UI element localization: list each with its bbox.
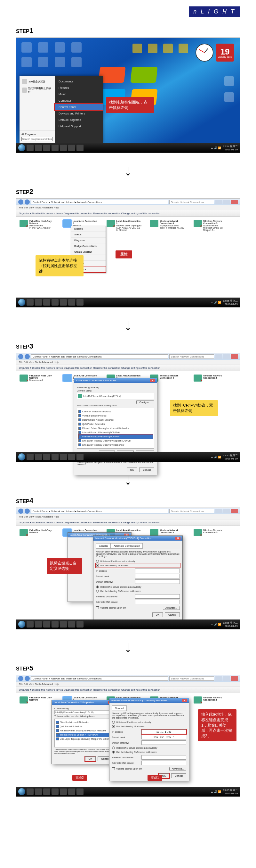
step-3-label: STEP3 (16, 342, 240, 350)
dns2-input[interactable] (135, 600, 180, 604)
start-link[interactable]: Documents (55, 78, 103, 85)
nav-back-icon[interactable] (18, 199, 23, 205)
dialog-title: Local Area Connection 2 Properties (76, 379, 116, 382)
ctx-item[interactable]: Status (71, 232, 106, 238)
taskbar[interactable]: ▲ 🔊 📶12:55 星期二 2016-01-19 (16, 298, 240, 307)
radio-auto-dns[interactable]: Obtain DNS server address automatically (96, 585, 180, 589)
window-buttons[interactable] (215, 200, 238, 204)
start-orb-icon[interactable] (18, 144, 25, 151)
dialog-tabs[interactable]: Networking Sharing (77, 385, 154, 390)
start-search-input[interactable] (22, 137, 53, 141)
gateway-input[interactable] (141, 740, 186, 745)
ctx-item[interactable]: Diagnose (71, 238, 106, 243)
nav-back-icon[interactable] (18, 354, 23, 359)
start-menu[interactable]: 360安全浏览器 强力卸载电脑上的软件 All Programs Documen… (20, 76, 103, 143)
close-icon[interactable]: ✕ (182, 699, 187, 702)
step5-callout: 输入此IP地址，鼠标左键点击完成1，此窗口关闭后，再点击一次完成2。 (198, 709, 236, 741)
clock-calendar-gadget: 19 January 2016 (195, 43, 234, 62)
start-link[interactable]: Default Programs (55, 117, 103, 123)
step4-screenshot: Control Panel ▸ Network and Internet ▸ N… (16, 507, 240, 629)
dns1-input[interactable] (135, 594, 180, 599)
ipv4-properties-dialog[interactable]: Internet Protocol Version 4 (TCP/IPv4) P… (93, 535, 183, 620)
lac-dialog-bg: Local Area Connection 2 Properties✕ Conn… (51, 700, 115, 764)
start-control-panel[interactable]: Control Panel (55, 104, 103, 110)
advanced-button[interactable]: Advanced... (169, 767, 186, 771)
cancel-button[interactable]: Cancel (165, 613, 180, 617)
label: This connection uses the following items… (77, 404, 154, 407)
cancel-button[interactable]: Cancel (139, 467, 154, 472)
step3-screenshot: Control Panel ▸ Network and Internet ▸ N… (16, 353, 240, 462)
done1-label: 完成1 (148, 775, 162, 781)
nav-fwd-icon[interactable] (25, 199, 30, 205)
toolbar[interactable]: Organize ▾ Disable this network device D… (16, 210, 240, 217)
desktop-icons-right (224, 76, 234, 102)
close-icon[interactable]: ✕ (150, 379, 155, 382)
ip-input[interactable] (141, 730, 186, 734)
nav-fwd-icon[interactable] (25, 354, 30, 359)
radio-manual-ip[interactable]: Use the following IP address: (96, 563, 180, 567)
system-tray[interactable]: ▲ 🔊 📶12:54 星期二 2016-01-19 (211, 145, 238, 151)
menu-bar[interactable]: File Edit View Tools Advanced Help (16, 205, 240, 210)
tab-alt[interactable]: Alternate Configuration (111, 543, 143, 549)
adapter-item[interactable]: Wireless Network Connection 5Not connect… (194, 220, 229, 231)
step-2-label: STEP2 (16, 188, 240, 196)
advanced-button[interactable]: Advanced... (163, 606, 180, 610)
all-programs[interactable]: All Programs (22, 133, 53, 136)
step1-callout: 找到电脑控制面板，点击鼠标左键 (106, 97, 154, 113)
breadcrumb[interactable]: Control Panel ▸ Network and Internet ▸ N… (31, 354, 168, 359)
mask-input[interactable] (141, 735, 186, 739)
radio-manual-dns[interactable]: Use the following DNS server addresses: (96, 589, 180, 593)
step5-screenshot: Control Panel ▸ Network and Internet ▸ N… (16, 675, 240, 797)
adapter-item[interactable]: Local Area Connection 3Network cable unp… (107, 220, 142, 231)
start-link[interactable]: Pictures (55, 85, 103, 91)
step-1-label: STEP1 (16, 27, 240, 35)
step3-callout: 找到TCP/IPV4协议，双击鼠标左键 (170, 400, 218, 416)
search-input[interactable] (169, 354, 214, 359)
start-link[interactable]: Music (55, 91, 103, 97)
arrow-down-icon: ↓ (16, 317, 240, 333)
tab-general[interactable]: General (96, 543, 111, 549)
tcp-ipv4-item[interactable]: Internet Protocol Version 4 (TCP/IPv4) (78, 434, 153, 439)
start-link[interactable]: Computer (55, 97, 103, 104)
dialog-title: Internet Protocol Version 4 (TCP/IPv4) P… (95, 537, 151, 540)
ipv4-properties-dialog[interactable]: Internet Protocol Version 4 (TCP/IPv4) P… (109, 698, 189, 781)
done2-label: 完成2 (72, 775, 87, 781)
start-item[interactable]: 360安全浏览器 (22, 78, 53, 85)
clock-icon (195, 43, 213, 62)
protocol-list[interactable]: Client for Microsoft Networks VMware Bri… (77, 408, 154, 448)
adapter-item[interactable]: Wireless Network Connection 4nlightprodu… (150, 220, 185, 231)
step1-screenshot: 19 January 2016 360安全浏览器 强力卸载电脑上的软件 All … (16, 37, 240, 153)
toolbar[interactable]: Organize ▾ Disable this network device D… (16, 365, 240, 371)
ip-input[interactable] (135, 568, 180, 573)
ok-button[interactable]: OK (127, 467, 138, 472)
ok-button[interactable]: OK (152, 613, 163, 617)
ctx-item[interactable]: Bridge Connections (71, 243, 106, 249)
close-icon[interactable]: ✕ (175, 537, 181, 540)
ctx-item[interactable]: Create Shortcut (71, 249, 106, 255)
label: Connect using: (77, 390, 154, 392)
arrow-down-icon: ↓ (16, 639, 240, 654)
cancel-button[interactable]: Cancel (171, 773, 186, 778)
gateway-input[interactable] (135, 580, 180, 584)
mask-input[interactable] (135, 574, 180, 579)
configure-button[interactable]: Configure... (136, 400, 154, 404)
search-input[interactable] (169, 200, 214, 204)
step-4-label: STEP4 (16, 497, 240, 505)
taskbar[interactable]: ▲ 🔊 📶12:54 星期二 2016-01-19 (16, 143, 240, 153)
desktop-icons-row2 (133, 43, 188, 53)
start-orb-icon[interactable] (18, 299, 25, 306)
breadcrumb[interactable]: Control Panel ▸ Network and Internet ▸ N… (31, 200, 168, 204)
ok-button-2[interactable]: OK (85, 756, 96, 761)
radio-auto-ip[interactable]: Obtain an IP address automatically (96, 559, 180, 563)
start-link[interactable]: Help and Support (55, 123, 103, 129)
adapter-item[interactable]: VirtualBox Host-Only NetworkDisconnected… (20, 220, 55, 231)
menu-bar[interactable]: File Edit View Tools Advanced Help (16, 360, 240, 365)
label: You can get IP settings assigned automat… (96, 551, 180, 557)
ctx-item[interactable]: Disable (71, 226, 106, 232)
nic-name: Intel(R) Ethernet Connection (217-LM) (83, 395, 121, 397)
step2-callout-red: 属性 (115, 250, 132, 258)
start-link[interactable]: Devices and Printers (55, 110, 103, 117)
step2-screenshot: Control Panel ▸ Network and Internet ▸ N… (16, 198, 240, 308)
start-item[interactable]: 强力卸载电脑上的软件 (22, 85, 53, 95)
step2-callout-yellow: 鼠标右键点击本地连接→找到属性点击鼠标左键 (36, 255, 83, 276)
